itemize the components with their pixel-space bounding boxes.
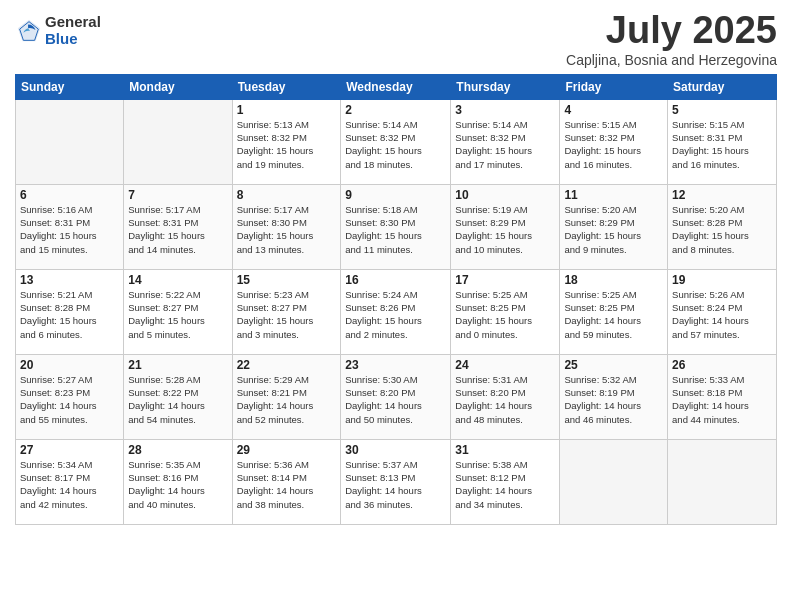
- day-info: Sunrise: 5:33 AM Sunset: 8:18 PM Dayligh…: [672, 373, 772, 426]
- calendar-cell: 24Sunrise: 5:31 AM Sunset: 8:20 PM Dayli…: [451, 354, 560, 439]
- calendar-cell: 7Sunrise: 5:17 AM Sunset: 8:31 PM Daylig…: [124, 184, 232, 269]
- col-saturday: Saturday: [668, 74, 777, 99]
- day-number: 28: [128, 443, 227, 457]
- calendar-cell: 26Sunrise: 5:33 AM Sunset: 8:18 PM Dayli…: [668, 354, 777, 439]
- day-info: Sunrise: 5:22 AM Sunset: 8:27 PM Dayligh…: [128, 288, 227, 341]
- day-number: 26: [672, 358, 772, 372]
- day-info: Sunrise: 5:24 AM Sunset: 8:26 PM Dayligh…: [345, 288, 446, 341]
- day-info: Sunrise: 5:13 AM Sunset: 8:32 PM Dayligh…: [237, 118, 337, 171]
- calendar-cell: 22Sunrise: 5:29 AM Sunset: 8:21 PM Dayli…: [232, 354, 341, 439]
- day-number: 2: [345, 103, 446, 117]
- col-thursday: Thursday: [451, 74, 560, 99]
- calendar-cell: 9Sunrise: 5:18 AM Sunset: 8:30 PM Daylig…: [341, 184, 451, 269]
- day-number: 17: [455, 273, 555, 287]
- month-title: July 2025: [566, 10, 777, 52]
- day-number: 31: [455, 443, 555, 457]
- day-info: Sunrise: 5:20 AM Sunset: 8:29 PM Dayligh…: [564, 203, 663, 256]
- calendar-cell: 13Sunrise: 5:21 AM Sunset: 8:28 PM Dayli…: [16, 269, 124, 354]
- day-info: Sunrise: 5:32 AM Sunset: 8:19 PM Dayligh…: [564, 373, 663, 426]
- day-info: Sunrise: 5:17 AM Sunset: 8:30 PM Dayligh…: [237, 203, 337, 256]
- day-info: Sunrise: 5:30 AM Sunset: 8:20 PM Dayligh…: [345, 373, 446, 426]
- day-number: 22: [237, 358, 337, 372]
- week-row-2: 13Sunrise: 5:21 AM Sunset: 8:28 PM Dayli…: [16, 269, 777, 354]
- calendar-cell: 20Sunrise: 5:27 AM Sunset: 8:23 PM Dayli…: [16, 354, 124, 439]
- calendar-cell: 21Sunrise: 5:28 AM Sunset: 8:22 PM Dayli…: [124, 354, 232, 439]
- calendar-cell: 28Sunrise: 5:35 AM Sunset: 8:16 PM Dayli…: [124, 439, 232, 524]
- calendar-cell: 14Sunrise: 5:22 AM Sunset: 8:27 PM Dayli…: [124, 269, 232, 354]
- day-info: Sunrise: 5:20 AM Sunset: 8:28 PM Dayligh…: [672, 203, 772, 256]
- week-row-0: 1Sunrise: 5:13 AM Sunset: 8:32 PM Daylig…: [16, 99, 777, 184]
- calendar-cell: [124, 99, 232, 184]
- logo-icon: [15, 17, 43, 45]
- calendar-cell: 6Sunrise: 5:16 AM Sunset: 8:31 PM Daylig…: [16, 184, 124, 269]
- day-number: 19: [672, 273, 772, 287]
- week-row-1: 6Sunrise: 5:16 AM Sunset: 8:31 PM Daylig…: [16, 184, 777, 269]
- calendar-cell: 8Sunrise: 5:17 AM Sunset: 8:30 PM Daylig…: [232, 184, 341, 269]
- week-row-3: 20Sunrise: 5:27 AM Sunset: 8:23 PM Dayli…: [16, 354, 777, 439]
- logo-text: General Blue: [45, 14, 101, 47]
- day-number: 8: [237, 188, 337, 202]
- day-number: 24: [455, 358, 555, 372]
- day-number: 6: [20, 188, 119, 202]
- page: General Blue July 2025 Capljina, Bosnia …: [0, 0, 792, 612]
- day-info: Sunrise: 5:38 AM Sunset: 8:12 PM Dayligh…: [455, 458, 555, 511]
- col-friday: Friday: [560, 74, 668, 99]
- calendar-cell: 5Sunrise: 5:15 AM Sunset: 8:31 PM Daylig…: [668, 99, 777, 184]
- header-row: Sunday Monday Tuesday Wednesday Thursday…: [16, 74, 777, 99]
- day-info: Sunrise: 5:14 AM Sunset: 8:32 PM Dayligh…: [345, 118, 446, 171]
- calendar-cell: 19Sunrise: 5:26 AM Sunset: 8:24 PM Dayli…: [668, 269, 777, 354]
- day-number: 5: [672, 103, 772, 117]
- calendar-cell: 3Sunrise: 5:14 AM Sunset: 8:32 PM Daylig…: [451, 99, 560, 184]
- day-info: Sunrise: 5:29 AM Sunset: 8:21 PM Dayligh…: [237, 373, 337, 426]
- day-info: Sunrise: 5:23 AM Sunset: 8:27 PM Dayligh…: [237, 288, 337, 341]
- day-info: Sunrise: 5:17 AM Sunset: 8:31 PM Dayligh…: [128, 203, 227, 256]
- day-number: 9: [345, 188, 446, 202]
- day-info: Sunrise: 5:25 AM Sunset: 8:25 PM Dayligh…: [564, 288, 663, 341]
- day-info: Sunrise: 5:16 AM Sunset: 8:31 PM Dayligh…: [20, 203, 119, 256]
- day-info: Sunrise: 5:15 AM Sunset: 8:32 PM Dayligh…: [564, 118, 663, 171]
- day-number: 27: [20, 443, 119, 457]
- day-info: Sunrise: 5:34 AM Sunset: 8:17 PM Dayligh…: [20, 458, 119, 511]
- day-number: 25: [564, 358, 663, 372]
- calendar-cell: 2Sunrise: 5:14 AM Sunset: 8:32 PM Daylig…: [341, 99, 451, 184]
- header: General Blue July 2025 Capljina, Bosnia …: [15, 10, 777, 68]
- day-info: Sunrise: 5:14 AM Sunset: 8:32 PM Dayligh…: [455, 118, 555, 171]
- day-info: Sunrise: 5:19 AM Sunset: 8:29 PM Dayligh…: [455, 203, 555, 256]
- col-monday: Monday: [124, 74, 232, 99]
- day-info: Sunrise: 5:21 AM Sunset: 8:28 PM Dayligh…: [20, 288, 119, 341]
- calendar-cell: 27Sunrise: 5:34 AM Sunset: 8:17 PM Dayli…: [16, 439, 124, 524]
- day-number: 23: [345, 358, 446, 372]
- calendar-cell: 4Sunrise: 5:15 AM Sunset: 8:32 PM Daylig…: [560, 99, 668, 184]
- location: Capljina, Bosnia and Herzegovina: [566, 52, 777, 68]
- calendar-cell: 29Sunrise: 5:36 AM Sunset: 8:14 PM Dayli…: [232, 439, 341, 524]
- day-info: Sunrise: 5:25 AM Sunset: 8:25 PM Dayligh…: [455, 288, 555, 341]
- calendar-cell: [16, 99, 124, 184]
- day-number: 4: [564, 103, 663, 117]
- calendar-cell: 23Sunrise: 5:30 AM Sunset: 8:20 PM Dayli…: [341, 354, 451, 439]
- col-sunday: Sunday: [16, 74, 124, 99]
- day-number: 16: [345, 273, 446, 287]
- calendar-cell: [668, 439, 777, 524]
- calendar-cell: 1Sunrise: 5:13 AM Sunset: 8:32 PM Daylig…: [232, 99, 341, 184]
- calendar-table: Sunday Monday Tuesday Wednesday Thursday…: [15, 74, 777, 525]
- day-info: Sunrise: 5:36 AM Sunset: 8:14 PM Dayligh…: [237, 458, 337, 511]
- day-number: 14: [128, 273, 227, 287]
- day-info: Sunrise: 5:31 AM Sunset: 8:20 PM Dayligh…: [455, 373, 555, 426]
- day-number: 20: [20, 358, 119, 372]
- day-number: 15: [237, 273, 337, 287]
- logo-blue: Blue: [45, 31, 101, 48]
- calendar-cell: 15Sunrise: 5:23 AM Sunset: 8:27 PM Dayli…: [232, 269, 341, 354]
- logo: General Blue: [15, 14, 101, 47]
- calendar-cell: [560, 439, 668, 524]
- day-number: 18: [564, 273, 663, 287]
- day-number: 11: [564, 188, 663, 202]
- day-number: 1: [237, 103, 337, 117]
- day-number: 13: [20, 273, 119, 287]
- day-info: Sunrise: 5:35 AM Sunset: 8:16 PM Dayligh…: [128, 458, 227, 511]
- day-info: Sunrise: 5:18 AM Sunset: 8:30 PM Dayligh…: [345, 203, 446, 256]
- day-number: 29: [237, 443, 337, 457]
- calendar-cell: 16Sunrise: 5:24 AM Sunset: 8:26 PM Dayli…: [341, 269, 451, 354]
- week-row-4: 27Sunrise: 5:34 AM Sunset: 8:17 PM Dayli…: [16, 439, 777, 524]
- calendar-cell: 11Sunrise: 5:20 AM Sunset: 8:29 PM Dayli…: [560, 184, 668, 269]
- col-tuesday: Tuesday: [232, 74, 341, 99]
